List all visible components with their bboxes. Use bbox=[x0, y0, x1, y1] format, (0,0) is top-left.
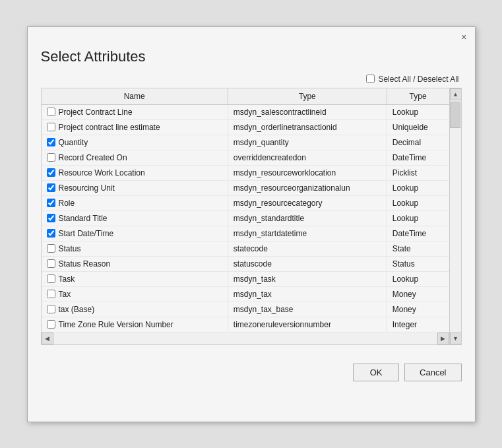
row-name-text: Resourcing Unit bbox=[59, 183, 115, 193]
cell-name: Record Created On bbox=[42, 150, 228, 165]
row-checkbox[interactable] bbox=[47, 123, 55, 131]
row-name-text: Quantity bbox=[59, 138, 88, 147]
scroll-thumb bbox=[450, 102, 460, 128]
cancel-button[interactable]: Cancel bbox=[404, 364, 461, 381]
row-checkbox[interactable] bbox=[47, 305, 55, 313]
row-checkbox[interactable] bbox=[47, 274, 55, 283]
cell-type: Lookup bbox=[387, 104, 449, 119]
cell-name: Project Contract Line bbox=[42, 104, 228, 119]
attributes-table: Name Type Type Project Contract Linemsdy… bbox=[42, 88, 449, 333]
dialog-titlebar: × bbox=[28, 27, 475, 43]
select-all-text: Select All / Deselect All bbox=[378, 75, 458, 84]
row-checkbox[interactable] bbox=[47, 320, 55, 329]
cell-type: State bbox=[387, 241, 449, 256]
cell-type: Uniqueide bbox=[387, 119, 449, 135]
cell-type: DateTime bbox=[387, 150, 449, 165]
ok-button[interactable]: OK bbox=[353, 364, 399, 381]
column-type-name: Type bbox=[228, 88, 387, 105]
cell-type: Lookup bbox=[387, 180, 449, 195]
row-checkbox[interactable] bbox=[47, 108, 55, 116]
cell-type: Decimal bbox=[387, 135, 449, 150]
cell-type: Lookup bbox=[387, 210, 449, 226]
table-row: Resourcing Unitmsdyn_resourceorganizatio… bbox=[42, 180, 449, 195]
table-row: Start Date/Timemsdyn_startdatetimeDateTi… bbox=[42, 226, 449, 241]
table-scroll-area[interactable]: Name Type Type Project Contract Linemsdy… bbox=[42, 88, 449, 333]
cell-name: Time Zone Rule Version Number bbox=[42, 317, 228, 332]
cell-type: Lookup bbox=[387, 195, 449, 210]
select-attributes-dialog: × Select Attributes Select All / Deselec… bbox=[27, 26, 476, 422]
select-all-row: Select All / Deselect All bbox=[41, 75, 462, 84]
row-name-text: Time Zone Rule Version Number bbox=[59, 320, 173, 329]
scroll-down-button[interactable]: ▼ bbox=[450, 333, 462, 344]
table-row: Taskmsdyn_taskLookup bbox=[42, 271, 449, 286]
cell-type-name: msdyn_task bbox=[228, 271, 387, 286]
close-button[interactable]: × bbox=[458, 31, 469, 43]
cell-type-name: msdyn_standardtitle bbox=[228, 210, 387, 226]
row-checkbox[interactable] bbox=[47, 214, 55, 222]
row-checkbox[interactable] bbox=[47, 229, 55, 238]
row-checkbox[interactable] bbox=[47, 183, 55, 192]
row-checkbox[interactable] bbox=[47, 168, 55, 177]
scroll-thumb-track[interactable] bbox=[450, 100, 461, 333]
row-name-text: Status Reason bbox=[59, 259, 111, 269]
cell-name: Status Reason bbox=[42, 256, 228, 271]
row-checkbox[interactable] bbox=[47, 153, 55, 162]
cell-name: Resource Work Location bbox=[42, 165, 228, 180]
dialog-title: Select Attributes bbox=[41, 48, 462, 65]
row-checkbox[interactable] bbox=[47, 259, 55, 268]
row-checkbox[interactable] bbox=[47, 244, 55, 253]
scroll-up-button[interactable]: ▲ bbox=[450, 88, 462, 100]
cell-type-name: timezoneruleversionnumber bbox=[228, 317, 387, 332]
cell-type: Lookup bbox=[387, 271, 449, 286]
row-name-text: Standard Title bbox=[59, 214, 108, 223]
row-checkbox[interactable] bbox=[47, 199, 55, 207]
cell-name: Role bbox=[42, 195, 228, 210]
table-body: Project Contract Linemsdyn_salescontract… bbox=[42, 104, 449, 332]
row-name-text: Tax bbox=[59, 290, 71, 299]
cell-type-name: overriddencreatedon bbox=[228, 150, 387, 165]
cell-name: Project contract line estimate bbox=[42, 119, 228, 135]
horizontal-scrollbar: ◀ ▶ bbox=[42, 333, 449, 344]
scroll-left-button[interactable]: ◀ bbox=[42, 333, 53, 344]
dialog-footer: OK Cancel bbox=[28, 356, 475, 392]
table-row: Project contract line estimatemsdyn_orde… bbox=[42, 119, 449, 135]
row-name-text: Start Date/Time bbox=[59, 229, 114, 238]
select-all-checkbox[interactable] bbox=[366, 75, 375, 83]
cell-type: Money bbox=[387, 286, 449, 302]
column-type: Type bbox=[387, 88, 449, 105]
table-row: tax (Base)msdyn_tax_baseMoney bbox=[42, 302, 449, 317]
row-checkbox[interactable] bbox=[47, 290, 55, 298]
cell-name: Standard Title bbox=[42, 210, 228, 226]
cell-type-name: msdyn_tax bbox=[228, 286, 387, 302]
horizontal-scroll-track[interactable] bbox=[53, 333, 437, 344]
cell-type-name: msdyn_startdatetime bbox=[228, 226, 387, 241]
select-all-label[interactable]: Select All / Deselect All bbox=[366, 75, 458, 84]
row-name-text: Status bbox=[59, 244, 81, 253]
table-row: Standard Titlemsdyn_standardtitleLookup bbox=[42, 210, 449, 226]
table-row: Resource Work Locationmsdyn_resourcework… bbox=[42, 165, 449, 180]
cell-type-name: statuscode bbox=[228, 256, 387, 271]
cell-type: Picklist bbox=[387, 165, 449, 180]
scroll-right-button[interactable]: ▶ bbox=[437, 333, 449, 344]
cell-type-name: msdyn_resourceorganizationalun bbox=[228, 180, 387, 195]
vertical-scrollbar: ▲ ▼ bbox=[449, 88, 461, 344]
table-row: Rolemsdyn_resourcecategoryLookup bbox=[42, 195, 449, 210]
cell-type-name: msdyn_resourceworklocation bbox=[228, 165, 387, 180]
cell-type-name: msdyn_orderlinetransactionid bbox=[228, 119, 387, 135]
cell-name: Tax bbox=[42, 286, 228, 302]
cell-type: Integer bbox=[387, 317, 449, 332]
cell-type: DateTime bbox=[387, 226, 449, 241]
row-name-text: Role bbox=[59, 199, 75, 208]
cell-type-name: msdyn_resourcecategory bbox=[228, 195, 387, 210]
cell-name: Resourcing Unit bbox=[42, 180, 228, 195]
table-row: Status ReasonstatuscodeStatus bbox=[42, 256, 449, 271]
cell-name: Status bbox=[42, 241, 228, 256]
row-checkbox[interactable] bbox=[47, 138, 55, 146]
cell-type-name: msdyn_tax_base bbox=[228, 302, 387, 317]
cell-name: Task bbox=[42, 271, 228, 286]
cell-name: Start Date/Time bbox=[42, 226, 228, 241]
cell-name: Quantity bbox=[42, 135, 228, 150]
column-name: Name bbox=[42, 88, 228, 105]
cell-type-name: statecode bbox=[228, 241, 387, 256]
row-name-text: Record Created On bbox=[59, 153, 127, 162]
